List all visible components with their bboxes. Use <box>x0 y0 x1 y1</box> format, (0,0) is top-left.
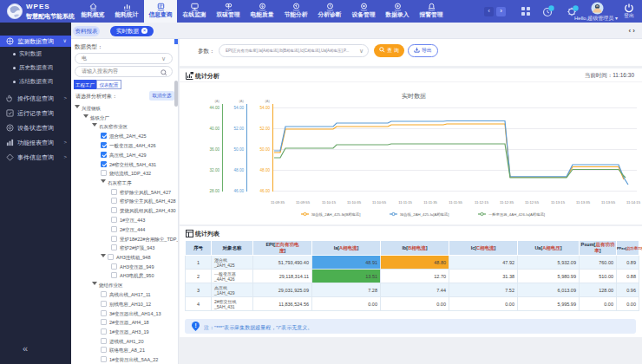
svg-text:11:13:35: 11:13:35 <box>576 200 591 205</box>
svg-text:11:13:55: 11:13:55 <box>601 200 616 205</box>
svg-text:11:12:15: 11:12:15 <box>475 200 489 205</box>
svg-text:40.00: 40.00 <box>210 127 220 131</box>
svg-text:52.00: 52.00 <box>260 127 271 131</box>
svg-text:11:14:15: 11:14:15 <box>626 200 641 205</box>
svg-text:11:09:55: 11:09:55 <box>296 200 311 205</box>
svg-text:11:09:35: 11:09:35 <box>271 200 285 205</box>
svg-text:(A): (A) <box>239 99 244 103</box>
svg-text:48.00: 48.00 <box>234 168 245 172</box>
svg-text:11:13:15: 11:13:15 <box>551 200 566 205</box>
svg-text:混合线_2AH_425-Ia[A相电流]: 混合线_2AH_425-Ia[A相电流] <box>400 212 449 217</box>
svg-text:11:10:15: 11:10:15 <box>322 200 337 205</box>
svg-text:52.00: 52.00 <box>234 127 245 131</box>
svg-text:36.00: 36.00 <box>210 147 220 152</box>
svg-text:混合线_2AH_425-Ib[B相电流]: 混合线_2AH_425-Ib[B相电流] <box>311 212 360 217</box>
svg-text:48.00: 48.00 <box>260 168 271 172</box>
svg-text:50.00: 50.00 <box>234 147 245 152</box>
svg-text:50.00: 50.00 <box>260 147 271 152</box>
svg-text:实时数据: 实时数据 <box>402 93 426 100</box>
svg-text:(A): (A) <box>265 99 270 103</box>
svg-text:11:10:55: 11:10:55 <box>372 200 387 205</box>
svg-text:44.00: 44.00 <box>210 106 220 110</box>
svg-text:11:11:35: 11:11:35 <box>423 200 437 205</box>
svg-text:46.00: 46.00 <box>234 189 245 193</box>
svg-text:一般变压器_4AH_426-Ia[A相电流]: 一般变压器_4AH_426-Ia[A相电流] <box>488 212 545 217</box>
svg-text:11:12:35: 11:12:35 <box>500 200 514 205</box>
svg-text:(A): (A) <box>214 99 219 103</box>
svg-text:11:11:15: 11:11:15 <box>398 200 412 205</box>
svg-text:!: ! <box>194 322 196 328</box>
svg-text:46.00: 46.00 <box>260 189 271 193</box>
svg-text:54.00: 54.00 <box>234 106 245 110</box>
svg-text:11:11:55: 11:11:55 <box>449 200 462 205</box>
svg-text:54.00: 54.00 <box>260 106 271 110</box>
svg-text:11:10:35: 11:10:35 <box>347 200 362 205</box>
svg-text:28.00: 28.00 <box>210 189 220 193</box>
svg-text:32.00: 32.00 <box>210 168 220 172</box>
svg-text:11:12:55: 11:12:55 <box>525 200 540 205</box>
